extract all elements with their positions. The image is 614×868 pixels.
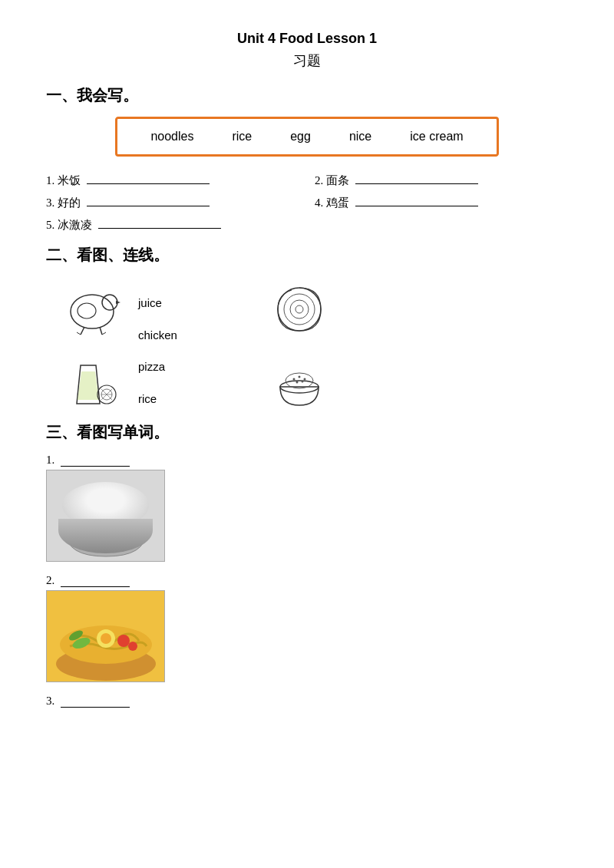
fill-line-3[interactable] <box>87 206 210 206</box>
svg-line-2 <box>77 332 81 335</box>
rice-photo <box>46 470 165 562</box>
svg-rect-24 <box>47 470 165 562</box>
write-item-3: 3. <box>46 695 568 708</box>
label-rice: rice <box>138 392 157 405</box>
fill-line-1[interactable] <box>87 183 210 184</box>
fill-item-5: 5. 冰激凌 <box>46 218 568 233</box>
fill-grid: 1. 米饭 2. 面条 3. 好的 4. 鸡蛋 <box>46 173 568 210</box>
fill-item-4: 4. 鸡蛋 <box>315 196 568 210</box>
svg-point-31 <box>109 519 117 522</box>
write-item-1: 1. <box>46 454 568 562</box>
noodle-photo <box>46 590 165 682</box>
write-line-2[interactable] <box>61 586 130 587</box>
svg-marker-7 <box>116 301 120 304</box>
section3-heading: 三、看图写单词。 <box>46 422 568 443</box>
svg-point-21 <box>304 378 306 381</box>
svg-point-23 <box>302 381 304 383</box>
section1: 一、我会写。 noodles rice egg nice ice cream 1… <box>46 85 568 233</box>
fill-line-2[interactable] <box>355 183 478 184</box>
chicken-image <box>58 282 127 336</box>
svg-line-1 <box>81 327 84 335</box>
title-cn: 习题 <box>46 51 568 70</box>
svg-point-27 <box>89 513 97 517</box>
svg-point-40 <box>128 642 137 651</box>
fill-line-4[interactable] <box>355 206 478 206</box>
label-chicken: chicken <box>138 328 177 342</box>
svg-line-3 <box>100 327 102 335</box>
juice-image <box>58 358 127 411</box>
svg-point-14 <box>284 294 315 325</box>
rice-bowl-image <box>269 358 330 411</box>
svg-point-36 <box>101 633 111 644</box>
svg-point-20 <box>299 376 301 378</box>
fill-line-5[interactable] <box>98 228 221 229</box>
word-nice: nice <box>349 130 371 144</box>
write-item-2: 2. <box>46 574 568 682</box>
fill-item-3: 3. 好的 <box>46 196 299 210</box>
label-pizza: pizza <box>138 360 165 373</box>
svg-point-19 <box>293 378 295 381</box>
svg-point-29 <box>115 513 123 517</box>
svg-point-0 <box>71 295 114 328</box>
fill-item-2: 2. 面条 <box>315 173 568 188</box>
section2: 二、看图、连线。 <box>46 245 568 414</box>
svg-point-25 <box>66 520 146 544</box>
svg-point-28 <box>101 509 111 512</box>
fill-item-1: 1. 米饭 <box>46 173 299 188</box>
pizza-image <box>269 282 330 336</box>
section2-heading: 二、看图、连线。 <box>46 245 568 266</box>
svg-point-39 <box>117 635 130 647</box>
word-egg: egg <box>290 130 311 144</box>
write-line-3[interactable] <box>61 707 130 708</box>
svg-point-16 <box>295 305 303 313</box>
word-noodles: noodles <box>150 130 193 144</box>
word-ice-cream: ice cream <box>410 130 463 144</box>
word-rice: rice <box>232 130 252 144</box>
title-en: Unit 4 Food Lesson 1 <box>46 31 568 47</box>
write-line-1[interactable] <box>61 466 130 467</box>
svg-point-5 <box>78 303 96 318</box>
svg-point-26 <box>74 501 138 535</box>
svg-point-22 <box>296 381 299 384</box>
label-juice: juice <box>138 296 162 309</box>
svg-point-30 <box>95 520 103 523</box>
section1-heading: 一、我会写。 <box>46 85 568 106</box>
svg-point-15 <box>290 300 309 318</box>
word-box: noodles rice egg nice ice cream <box>115 117 499 157</box>
svg-line-4 <box>102 332 106 335</box>
section3: 三、看图写单词。 1. <box>46 422 568 708</box>
